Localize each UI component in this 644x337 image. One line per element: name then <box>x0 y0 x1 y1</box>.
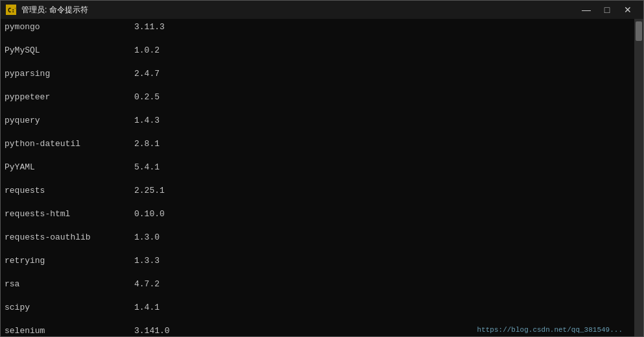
url-text: https://blog.csdn.net/qq_381549... <box>477 326 623 334</box>
pkg-version: 3.141.0 <box>134 325 170 336</box>
window-title: 管理员: 命令提示符 <box>21 5 88 16</box>
package-row: requests-html 0.10.0 <box>5 208 630 220</box>
pkg-version: 3.11.3 <box>134 21 165 33</box>
close-button[interactable]: ✕ <box>617 3 638 16</box>
package-row: requests 2.25.1 <box>5 185 630 197</box>
scrollbar-thumb[interactable] <box>636 21 642 41</box>
pkg-version: 1.3.0 <box>134 232 160 243</box>
svg-text:C:\: C:\ <box>8 7 16 14</box>
pkg-name: python-dateutil <box>5 138 134 150</box>
minimize-button[interactable]: — <box>576 3 597 16</box>
pkg-version: 0.10.0 <box>134 208 165 220</box>
pkg-version: 1.0.2 <box>134 45 160 56</box>
pkg-version: 5.4.1 <box>134 162 160 173</box>
pkg-name: pyquery <box>5 115 134 127</box>
package-row: requests-oauthlib 1.3.0 <box>5 232 630 243</box>
pkg-version: 1.3.3 <box>134 255 160 267</box>
pkg-version: 1.4.1 <box>134 302 160 314</box>
pkg-version: 1.4.3 <box>134 115 160 127</box>
package-list: pymongo 3.11.3 PyMySQL 1.0.2 pyparsing 2… <box>5 21 630 336</box>
package-row: pyquery 1.4.3 <box>5 115 630 127</box>
package-row: python-dateutil 2.8.1 <box>5 138 630 150</box>
package-row: pymongo 3.11.3 <box>5 21 630 33</box>
pkg-name: requests <box>5 185 134 197</box>
pkg-version: 2.4.7 <box>134 68 160 80</box>
pkg-version: 2.8.1 <box>134 138 160 150</box>
package-row: retrying 1.3.3 <box>5 255 630 267</box>
pkg-version: 0.2.5 <box>134 92 160 103</box>
terminal-body: pymongo 3.11.3 PyMySQL 1.0.2 pyparsing 2… <box>1 19 643 336</box>
package-row: pyparsing 2.4.7 <box>5 68 630 80</box>
scrollbar[interactable] <box>634 19 643 336</box>
package-row: rsa 4.7.2 <box>5 279 630 290</box>
cmd-window: C:\ 管理员: 命令提示符 — □ ✕ pymongo 3.11.3 PyMy… <box>0 0 644 337</box>
pkg-name: selenium <box>5 325 134 336</box>
package-row: PyYAML 5.4.1 <box>5 162 630 173</box>
pkg-name: requests-oauthlib <box>5 232 134 243</box>
pkg-name: pyparsing <box>5 68 134 80</box>
pkg-version: 4.7.2 <box>134 279 160 290</box>
package-row: scipy 1.4.1 <box>5 302 630 314</box>
package-row: PyMySQL 1.0.2 <box>5 45 630 56</box>
cmd-icon: C:\ <box>6 5 16 15</box>
pkg-name: pyppeteer <box>5 92 134 103</box>
pkg-name: scipy <box>5 302 134 314</box>
terminal-content: pymongo 3.11.3 PyMySQL 1.0.2 pyparsing 2… <box>1 19 634 336</box>
title-bar-left: C:\ 管理员: 命令提示符 <box>6 5 88 16</box>
pkg-version: 2.25.1 <box>134 185 165 197</box>
pkg-name: PyYAML <box>5 162 134 173</box>
pkg-name: retrying <box>5 255 134 267</box>
pkg-name: PyMySQL <box>5 45 134 56</box>
pkg-name: pymongo <box>5 21 134 33</box>
pkg-name: rsa <box>5 279 134 290</box>
window-controls: — □ ✕ <box>576 3 638 16</box>
maximize-button[interactable]: □ <box>597 3 617 16</box>
pkg-name: requests-html <box>5 208 134 220</box>
package-row: pyppeteer 0.2.5 <box>5 92 630 103</box>
title-bar: C:\ 管理员: 命令提示符 — □ ✕ <box>1 1 643 19</box>
